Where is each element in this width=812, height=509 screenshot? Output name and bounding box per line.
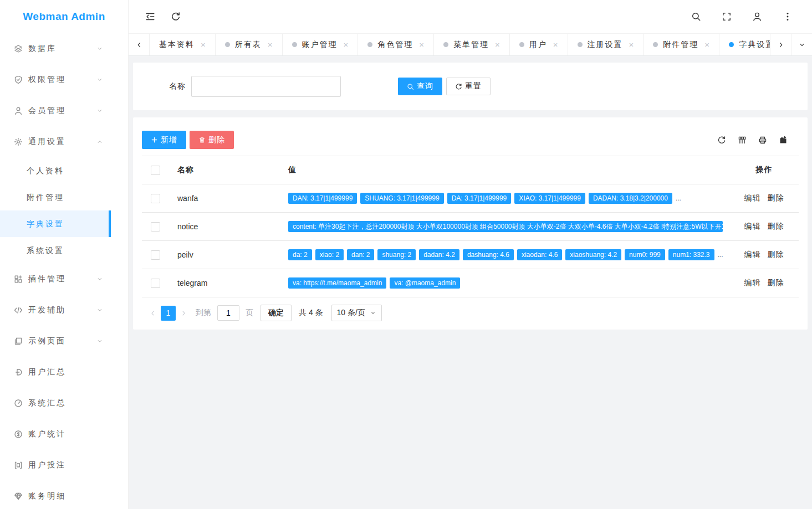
select-all-checkbox[interactable] <box>151 166 160 175</box>
tab[interactable]: 所有表× <box>216 34 283 55</box>
tab[interactable]: 附件管理× <box>644 34 719 55</box>
row-name: notice <box>168 213 288 241</box>
tab[interactable]: 账户管理× <box>283 34 359 55</box>
close-icon[interactable]: × <box>704 40 709 49</box>
tabs-scroll-left-icon[interactable] <box>129 34 150 55</box>
sidebar-item[interactable]: 开发辅助 <box>0 295 111 326</box>
sidebar-item[interactable]: 系统汇总 <box>0 388 111 419</box>
chevron-down-icon <box>96 76 103 83</box>
tab[interactable]: 注册设置× <box>568 34 644 55</box>
sidebar-item-label: 用户汇总 <box>28 367 103 377</box>
app-logo[interactable]: Webman Admin <box>0 0 128 33</box>
sidebar-subitem[interactable]: 字典设置 <box>0 210 111 237</box>
sidebar-item[interactable]: 示例页面 <box>0 326 111 357</box>
sidebar-item[interactable]: 权限管理 <box>0 64 111 95</box>
sidebar-item[interactable]: 插件管理 <box>0 264 111 295</box>
trash-icon <box>198 136 206 143</box>
sidebar-item-label: 用户投注 <box>28 460 103 470</box>
chevron-down-icon <box>96 45 103 52</box>
tabs-dropdown-icon[interactable] <box>791 34 812 55</box>
refresh-page-icon[interactable] <box>171 12 181 22</box>
add-button[interactable]: 新增 <box>142 131 186 149</box>
tab[interactable]: 用户× <box>510 34 568 55</box>
fullscreen-icon[interactable] <box>722 12 732 22</box>
sidebar-item[interactable]: 用户汇总 <box>0 357 111 388</box>
more-menu-icon[interactable] <box>783 12 793 22</box>
row-value: da: 2xiao: 2dan: 2shuang: 2dadan: 4.2das… <box>288 249 726 260</box>
row-checkbox[interactable] <box>151 279 160 288</box>
close-icon[interactable]: × <box>629 40 634 49</box>
close-icon[interactable]: × <box>419 40 424 49</box>
tabs-scroll-right-icon[interactable] <box>770 34 791 55</box>
delete-link[interactable]: 删除 <box>768 222 784 230</box>
delete-link[interactable]: 删除 <box>768 278 784 287</box>
tab-label: 角色管理 <box>377 40 413 50</box>
value-tag: va: @maoma_admin <box>390 277 460 289</box>
value-tag: dadan: 4.2 <box>419 249 459 260</box>
value-tag: DA: 3.17|1|499999 <box>447 193 512 204</box>
edit-link[interactable]: 编辑 <box>744 222 761 230</box>
row-checkbox[interactable] <box>151 250 160 260</box>
edit-link[interactable]: 编辑 <box>744 193 761 202</box>
close-icon[interactable]: × <box>495 40 500 49</box>
close-icon[interactable]: × <box>344 40 349 49</box>
edit-link[interactable]: 编辑 <box>744 250 761 259</box>
edit-link[interactable]: 编辑 <box>744 278 761 287</box>
sidebar-subitem[interactable]: 系统设置 <box>0 237 111 264</box>
confirm-page-button[interactable]: 确定 <box>261 305 292 321</box>
sidebar-menu: 数据库权限管理会员管理通用设置个人资料附件管理字典设置系统设置插件管理开发辅助示… <box>0 33 128 509</box>
value-tag: num1: 332.3 <box>668 249 714 260</box>
value-tag: shuang: 2 <box>377 249 416 260</box>
overflow-ellipsis: ... <box>718 251 723 259</box>
prev-page-icon[interactable] <box>145 310 161 317</box>
goto-page-input[interactable] <box>217 305 239 321</box>
row-checkbox[interactable] <box>151 194 160 203</box>
sidebar-item[interactable]: 账户统计 <box>0 419 111 450</box>
chevron-down-icon <box>96 276 103 282</box>
table-columns-icon[interactable] <box>738 136 747 145</box>
sidebar-item[interactable]: 会员管理 <box>0 95 111 126</box>
close-icon[interactable]: × <box>553 40 558 49</box>
delete-link[interactable]: 删除 <box>768 193 784 202</box>
pages-icon <box>14 337 23 346</box>
tab[interactable]: 角色管理× <box>358 34 434 55</box>
sidebar-subitem[interactable]: 附件管理 <box>0 184 111 210</box>
search-icon <box>407 83 414 90</box>
account-stats-icon <box>14 430 23 439</box>
name-input[interactable] <box>191 76 341 97</box>
tab[interactable]: 字典设置× <box>719 34 770 55</box>
tab-dot-icon <box>292 42 297 47</box>
page-size-select[interactable]: 10 条/页 <box>331 305 382 321</box>
next-page-icon[interactable] <box>176 310 192 317</box>
table-header-row: 名称 值 操作 <box>142 156 799 184</box>
sidebar-item[interactable]: 账务明细 <box>0 481 111 509</box>
sidebar-subitem[interactable]: 个人资料 <box>0 157 111 184</box>
print-icon[interactable] <box>758 136 767 145</box>
sidebar-item[interactable]: 数据库 <box>0 33 111 64</box>
sidebar-item[interactable]: 通用设置 <box>0 126 111 157</box>
table-refresh-icon[interactable] <box>717 136 726 145</box>
user-icon[interactable] <box>752 12 762 22</box>
page-number-button[interactable]: 1 <box>161 306 176 321</box>
close-icon[interactable]: × <box>201 40 206 49</box>
tab[interactable]: 基本资料× <box>150 34 216 55</box>
table-toolbar: 新增 删除 <box>142 131 799 149</box>
export-icon[interactable] <box>779 136 788 145</box>
tab[interactable]: 菜单管理× <box>434 34 510 55</box>
row-checkbox[interactable] <box>151 222 160 232</box>
search-icon[interactable] <box>691 12 701 22</box>
delete-link[interactable]: 删除 <box>768 250 784 259</box>
reset-button[interactable]: 重置 <box>446 78 491 95</box>
sidebar-item[interactable]: 用户投注 <box>0 450 111 481</box>
row-name: wanfa <box>168 184 288 213</box>
chevron-down-icon <box>96 338 103 345</box>
pagination: 1 到第 页 确定 共 4 条 10 条/页 <box>142 297 799 321</box>
tabbar: 基本资料×所有表×账户管理×角色管理×菜单管理×用户×注册设置×附件管理×字典设… <box>129 33 812 56</box>
delete-button[interactable]: 删除 <box>190 131 234 149</box>
collapse-sidebar-icon[interactable] <box>145 12 155 22</box>
query-button[interactable]: 查询 <box>398 78 442 95</box>
billing-icon <box>14 492 23 501</box>
close-icon[interactable]: × <box>268 40 273 49</box>
total-count-label: 共 4 条 <box>299 308 323 318</box>
value-tag: DADAN: 3.18|3.2|200000 <box>589 193 672 204</box>
